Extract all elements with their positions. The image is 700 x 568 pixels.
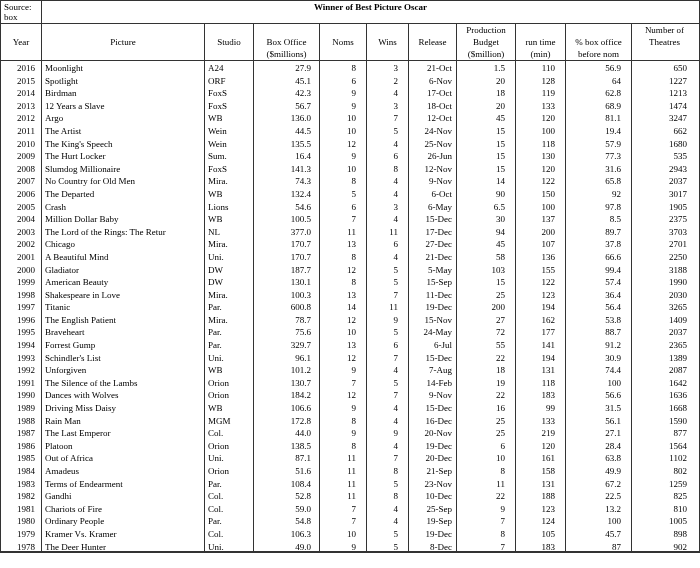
cell-pct: 87 (566, 540, 632, 552)
cell-year: 2015 (1, 74, 42, 87)
cell-budget: 18 (457, 86, 516, 99)
table-row: 1987The Last EmperorCol.44.09920-Nov2521… (1, 426, 699, 439)
cell-noms: 12 (320, 351, 367, 364)
cell-picture: Rain Man (42, 414, 205, 427)
h1-picture (42, 24, 205, 36)
cell-picture: Driving Miss Daisy (42, 401, 205, 414)
cell-wins: 7 (367, 111, 409, 124)
cell-release: 14-Feb (409, 376, 457, 389)
cell-box: 170.7 (254, 250, 320, 263)
cell-noms: 9 (320, 86, 367, 99)
cell-studio: Orion (205, 464, 254, 477)
cell-release: 17-Dec (409, 225, 457, 238)
cell-runtime: 128 (516, 74, 566, 87)
cell-wins: 3 (367, 200, 409, 213)
cell-pct: 99.4 (566, 263, 632, 276)
cell-year: 1988 (1, 414, 42, 427)
cell-picture: Million Dollar Baby (42, 212, 205, 225)
cell-release: 9-Nov (409, 388, 457, 401)
cell-year: 2001 (1, 250, 42, 263)
cell-pct: 64 (566, 74, 632, 87)
cell-release: 17-Oct (409, 86, 457, 99)
cell-budget: 6 (457, 439, 516, 452)
cell-pct: 56.6 (566, 388, 632, 401)
cell-studio: Wein (205, 137, 254, 150)
cell-year: 1984 (1, 464, 42, 477)
table-row: 1988Rain ManMGM172.88416-Dec2513356.1159… (1, 414, 699, 427)
cell-picture: Terms of Endearment (42, 477, 205, 490)
cell-year: 1989 (1, 401, 42, 414)
cell-noms: 11 (320, 451, 367, 464)
table-row: 1995BraveheartPar.75.610524-May7217788.7… (1, 325, 699, 338)
cell-release: 21-Sep (409, 464, 457, 477)
h3-box: ($millions) (254, 48, 320, 60)
cell-theatres: 662 (632, 124, 697, 137)
cell-theatres: 3188 (632, 263, 697, 276)
cell-year: 2008 (1, 162, 42, 175)
cell-budget: 45 (457, 111, 516, 124)
cell-budget: 15 (457, 162, 516, 175)
cell-wins: 6 (367, 338, 409, 351)
cell-pct: 63.8 (566, 451, 632, 464)
cell-runtime: 120 (516, 439, 566, 452)
cell-noms: 7 (320, 212, 367, 225)
source-label: Source: (4, 2, 32, 12)
cell-pct: 13.2 (566, 502, 632, 515)
cell-year: 1994 (1, 338, 42, 351)
cell-budget: 45 (457, 237, 516, 250)
h1-noms (320, 24, 367, 36)
h3-noms (320, 48, 367, 60)
cell-budget: 25 (457, 414, 516, 427)
cell-runtime: 188 (516, 489, 566, 502)
h1-studio (205, 24, 254, 36)
cell-picture: Platoon (42, 439, 205, 452)
cell-budget: 16 (457, 401, 516, 414)
cell-pct: 57.9 (566, 137, 632, 150)
cell-runtime: 120 (516, 162, 566, 175)
cell-theatres: 535 (632, 149, 697, 162)
cell-noms: 9 (320, 99, 367, 112)
table-row: 1984AmadeusOrion51.611821-Sep815849.9802 (1, 464, 699, 477)
cell-wins: 5 (367, 540, 409, 552)
cell-runtime: 219 (516, 426, 566, 439)
cell-runtime: 100 (516, 200, 566, 213)
cell-runtime: 141 (516, 338, 566, 351)
cell-pct: 100 (566, 376, 632, 389)
cell-wins: 3 (367, 99, 409, 112)
cell-wins: 4 (367, 174, 409, 187)
cell-year: 2014 (1, 86, 42, 99)
cell-box: 54.6 (254, 200, 320, 213)
cell-pct: 56.9 (566, 61, 632, 74)
cell-release: 25-Nov (409, 137, 457, 150)
cell-release: 24-May (409, 325, 457, 338)
cell-release: 5-May (409, 263, 457, 276)
cell-box: 27.9 (254, 61, 320, 74)
cell-noms: 13 (320, 338, 367, 351)
cell-theatres: 1213 (632, 86, 697, 99)
cell-box: 106.6 (254, 401, 320, 414)
h1-year (1, 24, 42, 36)
h3-release (409, 48, 457, 60)
cell-runtime: 158 (516, 464, 566, 477)
cell-theatres: 1636 (632, 388, 697, 401)
cell-pct: 53.8 (566, 313, 632, 326)
cell-release: 16-Dec (409, 414, 457, 427)
cell-release: 20-Dec (409, 451, 457, 464)
table-row: 1998Shakespeare in LoveMira.100.313711-D… (1, 288, 699, 301)
cell-budget: 90 (457, 187, 516, 200)
cell-pct: 56.4 (566, 300, 632, 313)
cell-noms: 11 (320, 225, 367, 238)
cell-runtime: 119 (516, 86, 566, 99)
h3-runtime: (min) (516, 48, 566, 60)
table-row: 2003The Lord of the Rings: The ReturNL37… (1, 225, 699, 238)
cell-wins: 4 (367, 414, 409, 427)
cell-release: 21-Dec (409, 250, 457, 263)
cell-budget: 15 (457, 149, 516, 162)
cell-studio: Mira. (205, 237, 254, 250)
cell-budget: 22 (457, 351, 516, 364)
cell-pct: 88.7 (566, 325, 632, 338)
cell-runtime: 130 (516, 149, 566, 162)
cell-pct: 22.5 (566, 489, 632, 502)
cell-picture: Amadeus (42, 464, 205, 477)
cell-runtime: 120 (516, 111, 566, 124)
